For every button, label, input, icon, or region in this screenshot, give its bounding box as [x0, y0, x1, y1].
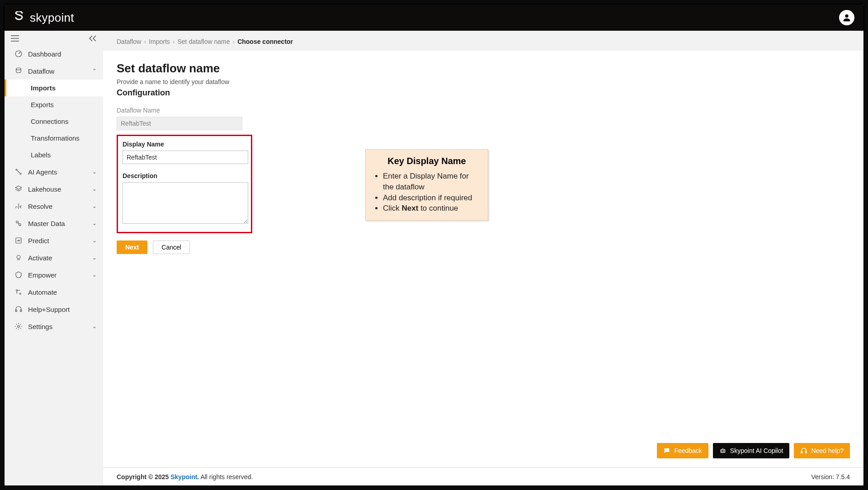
sidebar-item-label: Automate: [28, 288, 57, 296]
sidebar-item-lakehouse[interactable]: Lakehouse⌄: [5, 180, 103, 198]
display-name-label: Display Name: [123, 141, 246, 148]
bot-icon: [719, 447, 726, 454]
headset-icon: [800, 447, 807, 454]
help-support-icon: [14, 305, 23, 313]
sidebar-item-transformations[interactable]: Transformations: [5, 130, 103, 146]
cancel-button[interactable]: Cancel: [153, 240, 190, 254]
user-icon: [842, 13, 852, 23]
chevron-down-icon: ⌄: [92, 254, 97, 261]
chevron-up-icon: ⌃: [92, 68, 97, 74]
copilot-button[interactable]: Skypoint AI Copilot: [713, 443, 790, 458]
chevron-down-icon: ⌄: [92, 186, 97, 192]
lakehouse-icon: [14, 185, 23, 193]
chevron-down-icon: ⌄: [92, 169, 97, 175]
sidebar-item-label: Dataflow: [28, 67, 54, 75]
topbar: skypoint: [5, 5, 863, 31]
callout-bullet: Enter a Display Name for the dataflow: [383, 171, 480, 193]
sidebar: DashboardDataflow⌃ImportsExportsConnecti…: [5, 31, 103, 485]
sidebar-item-master-data[interactable]: Master Data⌄: [5, 215, 103, 232]
sidebar-item-resolve[interactable]: Resolve⌄: [5, 198, 103, 215]
section-heading: Configuration: [117, 88, 850, 98]
display-name-input[interactable]: [123, 151, 248, 164]
chevron-down-icon: ⌄: [92, 272, 97, 278]
sidebar-item-label: Help+Support: [28, 306, 70, 313]
breadcrumb-item[interactable]: Dataflow: [117, 38, 141, 45]
svg-point-12: [16, 290, 18, 291]
svg-point-6: [16, 169, 17, 170]
sidebar-item-labels[interactable]: Labels: [5, 146, 103, 163]
page-title: Set dataflow name: [117, 61, 850, 75]
sidebar-item-label: Empower: [28, 271, 57, 279]
sidebar-item-help-support[interactable]: Help+Support: [5, 301, 103, 318]
menu-icon[interactable]: [11, 35, 19, 42]
dataflow-name-input: [117, 117, 242, 130]
sidebar-item-dashboard[interactable]: Dashboard: [5, 45, 103, 62]
breadcrumb-item: Choose connector: [237, 38, 293, 45]
avatar[interactable]: [839, 10, 854, 25]
dataflow-name-label: Dataflow Name: [117, 107, 850, 114]
sidebar-item-empower[interactable]: Empower⌄: [5, 266, 103, 283]
sidebar-item-ai-agents[interactable]: AI Agents⌄: [5, 163, 103, 180]
sidebar-item-label: Activate: [28, 254, 52, 262]
settings-icon: [14, 322, 23, 330]
chevron-down-icon: ⌄: [92, 220, 97, 226]
feedback-button[interactable]: Feedback: [657, 443, 708, 458]
sidebar-item-label: Transformations: [31, 134, 80, 142]
svg-point-13: [19, 293, 21, 294]
page-subtitle: Provide a name to identify your dataflow: [117, 78, 850, 85]
svg-point-16: [18, 325, 20, 328]
svg-point-18: [722, 451, 722, 451]
sidebar-item-label: Predict: [28, 237, 49, 245]
sidebar-item-label: Imports: [31, 84, 56, 92]
sidebar-item-activate[interactable]: Activate⌄: [5, 249, 103, 266]
automate-icon: [14, 288, 23, 296]
footer-brand-link[interactable]: Skypoint: [170, 473, 197, 481]
hint-callout: Key Display Name Enter a Display Name fo…: [365, 149, 488, 221]
breadcrumb-item[interactable]: Set dataflow name: [178, 38, 230, 45]
description-textarea[interactable]: [123, 182, 248, 224]
sidebar-item-label: Connections: [31, 118, 68, 125]
next-button[interactable]: Next: [117, 240, 147, 254]
sidebar-item-imports[interactable]: Imports: [5, 80, 103, 96]
ai-agents-icon: [14, 168, 23, 176]
svg-point-7: [20, 173, 21, 174]
brand-logo-icon: [14, 11, 24, 24]
svg-rect-15: [20, 310, 22, 312]
page-content: Set dataflow name Provide a name to iden…: [103, 51, 863, 485]
description-label: Description: [123, 172, 246, 179]
sidebar-item-label: Labels: [31, 151, 51, 159]
predict-icon: [14, 236, 23, 245]
sidebar-item-dataflow[interactable]: Dataflow⌃: [5, 62, 103, 80]
brand: skypoint: [14, 11, 74, 25]
empower-icon: [14, 271, 23, 279]
sidebar-item-connections[interactable]: Connections: [5, 113, 103, 130]
sidebar-item-label: Master Data: [28, 220, 65, 227]
resolve-icon: [14, 202, 23, 210]
svg-point-0: [845, 14, 848, 18]
chevron-down-icon: ⌄: [92, 323, 97, 330]
callout-bullet: Add description if required: [383, 193, 480, 203]
sidebar-item-label: Lakehouse: [28, 185, 61, 193]
sidebar-item-label: AI Agents: [28, 168, 57, 176]
activate-icon: [14, 254, 23, 262]
dashboard-icon: [14, 50, 23, 58]
sidebar-item-exports[interactable]: Exports: [5, 96, 103, 113]
sidebar-item-settings[interactable]: Settings⌄: [5, 318, 103, 335]
collapse-sidebar-icon[interactable]: [89, 35, 97, 42]
footer-copyright: Copyright © 2025 Skypoint. All rights re…: [117, 473, 253, 481]
sidebar-item-label: Settings: [28, 323, 52, 330]
sidebar-item-automate[interactable]: Automate: [5, 283, 103, 301]
chat-icon: [663, 447, 670, 454]
svg-rect-22: [806, 451, 807, 453]
footer-version: Version: 7.5.4: [811, 473, 850, 481]
svg-rect-21: [801, 451, 802, 453]
need-help-button[interactable]: Need help?: [794, 443, 850, 458]
brand-text: skypoint: [30, 11, 74, 25]
breadcrumb-item[interactable]: Imports: [149, 38, 170, 45]
master-data-icon: [14, 219, 23, 227]
sidebar-item-predict[interactable]: Predict⌄: [5, 232, 103, 249]
chevron-down-icon: ⌄: [92, 203, 97, 209]
sidebar-item-label: Dashboard: [28, 50, 61, 58]
feedback-label: Feedback: [674, 447, 702, 454]
copilot-label: Skypoint AI Copilot: [730, 447, 783, 454]
